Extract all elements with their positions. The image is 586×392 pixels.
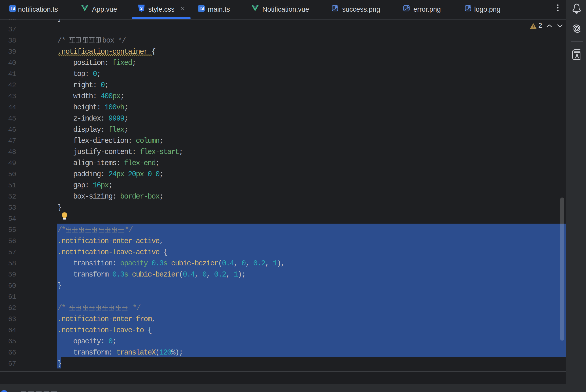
svg-text:3: 3 (140, 6, 142, 11)
